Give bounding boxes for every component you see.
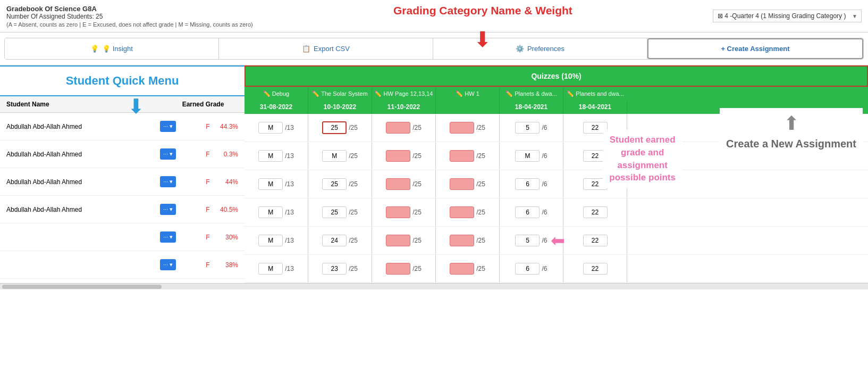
insight-label: 💡 Insight (102, 45, 133, 53)
grade-cell: /6 (500, 114, 563, 142)
grade-cell: /13 (245, 198, 308, 226)
insight-button[interactable]: 💡 💡 Insight (5, 38, 219, 59)
grade-cell: /13 (245, 142, 308, 170)
grade-cell: /25 (436, 142, 500, 170)
student-menu-button[interactable]: ··· ▾ (160, 231, 176, 243)
score-input[interactable] (322, 206, 347, 218)
score-input[interactable] (386, 178, 410, 190)
create-new-label: Create a New Assignment (726, 138, 856, 150)
student-rows: Abdullah Abd-Allah Ahmed··· ▾F44.3%Abdul… (0, 113, 245, 279)
column-headers: Student Name Earned Grade (0, 96, 245, 113)
grade-cell: /25 (308, 142, 372, 170)
score-input[interactable] (515, 235, 540, 246)
quarter-select[interactable]: ⊠ 4 -Quarter 4 (1 Missing Grading Catego… (713, 10, 862, 22)
score-input[interactable] (583, 150, 608, 162)
score-input[interactable] (515, 122, 540, 134)
student-menu-button[interactable]: ··· ▾ (160, 176, 176, 187)
score-input[interactable] (386, 122, 410, 134)
possible-points: /25 (476, 209, 485, 216)
possible-points: /13 (285, 265, 294, 272)
score-input[interactable] (258, 150, 283, 162)
grade-letter: F (203, 178, 213, 186)
score-input[interactable] (515, 206, 540, 218)
right-panel: Quizzes (10%) ✏️ Debug✏️ The Solar Syste… (245, 65, 868, 283)
student-name-cell: Abdullah Abd-Allah Ahmed (2, 206, 160, 213)
student-action-buttons: ··· ▾ (160, 259, 203, 270)
student-menu-button[interactable]: ··· ▾ (160, 148, 176, 160)
possible-points: /13 (285, 152, 294, 160)
header-info: Gradebook Of Science G8A Number Of Assig… (6, 5, 253, 28)
score-input[interactable] (322, 235, 347, 246)
create-assignment-button[interactable]: + Create Assignment (647, 38, 863, 59)
score-input[interactable] (450, 150, 474, 162)
grade-letter: F (203, 261, 213, 269)
student-action-buttons: ··· ▾ (160, 231, 203, 243)
grading-category-annotation: Grading Category Name & Weight (393, 4, 572, 17)
grade-cell: /6 (500, 170, 563, 198)
assign-name-col-5: ✏️ Planets and dwa... (563, 87, 627, 101)
score-input[interactable] (258, 206, 283, 218)
gray-up-arrow: ⬆ (726, 112, 856, 135)
score-input[interactable] (515, 178, 540, 190)
score-input[interactable] (515, 263, 540, 275)
score-input[interactable] (583, 206, 608, 218)
grade-cell: /13 (245, 255, 308, 283)
student-name-header: Student Name (2, 101, 164, 108)
export-csv-button[interactable]: 📋 Export CSV (219, 38, 433, 59)
score-input[interactable] (450, 122, 474, 134)
student-menu-button[interactable]: ··· ▾ (160, 204, 176, 215)
possible-points: /25 (476, 152, 485, 160)
grade-cell: /25 (372, 198, 436, 226)
score-input[interactable] (322, 121, 347, 134)
date-col-2: 11-10-2022 (372, 101, 436, 114)
score-input[interactable] (450, 206, 474, 218)
grade-cell: /25 (436, 170, 500, 198)
date-col-4: 18-04-2021 (500, 101, 563, 114)
possible-points: /25 (412, 237, 422, 244)
score-input[interactable] (583, 263, 608, 275)
possible-points: /25 (412, 124, 422, 131)
grade-cell: /25 (436, 198, 500, 226)
score-input[interactable] (386, 263, 410, 275)
create-label: + Create Assignment (721, 45, 789, 53)
date-col-5: 18-04-2021 (563, 101, 627, 114)
possible-points: /6 (542, 209, 547, 216)
grade-cell: /25 (436, 255, 500, 283)
score-input[interactable] (322, 178, 347, 190)
student-row: Abdullah Abd-Allah Ahmed··· ▾F44.3% (0, 113, 245, 140)
score-input[interactable] (450, 235, 474, 246)
horizontal-scrollbar[interactable] (0, 283, 868, 289)
score-input[interactable] (386, 206, 410, 218)
score-input[interactable] (386, 150, 410, 162)
score-input[interactable] (258, 235, 283, 246)
student-menu-button[interactable]: ··· ▾ (160, 121, 176, 132)
grade-percentage: 44.3% (213, 123, 242, 130)
score-input[interactable] (322, 150, 347, 162)
preferences-button[interactable]: ⚙️ Preferences (433, 38, 647, 59)
grade-cell: /25 (308, 198, 372, 226)
grade-cell: /25 (372, 142, 436, 170)
toolbar: 💡 💡 Insight 📋 Export CSV ⚙️ Preferences … (4, 38, 864, 60)
score-input[interactable] (583, 235, 608, 246)
score-input[interactable] (450, 178, 474, 190)
score-input[interactable] (583, 178, 608, 190)
grade-cell (563, 114, 627, 142)
score-input[interactable] (258, 122, 283, 134)
student-menu-button[interactable]: ··· ▾ (160, 259, 176, 270)
score-input[interactable] (583, 122, 608, 134)
possible-points: /6 (542, 180, 547, 188)
score-input[interactable] (258, 178, 283, 190)
student-count: Number Of Assigned Students: 25 (6, 13, 253, 20)
preferences-label: Preferences (527, 45, 564, 53)
score-input[interactable] (450, 263, 474, 275)
score-input[interactable] (258, 263, 283, 275)
score-input[interactable] (515, 150, 540, 162)
scrollbar-thumb[interactable] (2, 285, 162, 289)
grade-cell: /13 (245, 227, 308, 254)
score-input[interactable] (322, 263, 347, 275)
score-input[interactable] (386, 235, 410, 246)
gradebook-title: Gradebook Of Science G8A (6, 5, 253, 13)
preferences-icon: ⚙️ (516, 45, 524, 53)
quick-menu-title: Student Quick Menu (66, 74, 179, 87)
export-label: Export CSV (314, 45, 350, 53)
